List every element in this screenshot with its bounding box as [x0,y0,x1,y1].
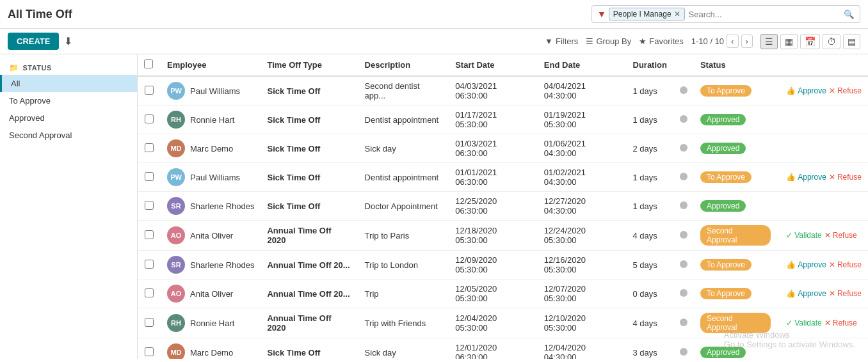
row-checkbox-cell [138,221,161,251]
sidebar-item-second-approval[interactable]: Second Approval [0,127,137,144]
action-refuse-button[interactable]: ✕Refuse [829,86,862,95]
table-area: Employee Time Off Type Description Start… [138,54,868,359]
status-cell: Approved [694,106,777,134]
action-approve-button[interactable]: 👍Approve [786,260,826,269]
table-header-row: Employee Time Off Type Description Start… [138,54,868,76]
select-all-checkbox[interactable] [144,59,153,68]
start-date-cell: 01/17/2021 05:30:00 [449,106,538,134]
row-checkbox[interactable] [145,201,154,210]
employee-cell: MDMarc Demo [161,134,261,163]
row-checkbox[interactable] [145,86,154,95]
row-checkbox[interactable] [145,318,154,327]
pivot-view-button[interactable]: ▤ [843,34,860,49]
watermark-line1: Activate Windows [724,330,855,340]
row-checkbox[interactable] [145,114,154,123]
row-checkbox[interactable] [145,347,154,356]
action-validate-button[interactable]: ✓Validate [786,319,821,327]
pagination-prev[interactable]: ‹ [727,35,738,48]
employee-name: Marc Demo [190,348,233,358]
time-off-type-cell: Sick Time Off [261,163,358,192]
action-refuse-button[interactable]: ✕Refuse [824,231,857,240]
end-date-cell: 12/10/2020 05:30:00 [538,308,627,338]
view-switcher: ☰ ▦ 📅 ⏱ ▤ [760,34,860,49]
description-cell: Sick day [358,134,449,163]
sidebar-item-all[interactable]: All [0,75,137,92]
action-approve-button[interactable]: 👍Approve [786,289,826,298]
clock-view-button[interactable]: ⏱ [823,34,840,49]
action-refuse-button[interactable]: ✕Refuse [829,260,862,269]
avatar: PW [167,82,185,100]
table-row[interactable]: RHRonnie HartSick Time OffDentist appoin… [138,106,868,134]
list-view-button[interactable]: ☰ [760,34,778,49]
time-off-type-cell: Sick Time Off [261,192,358,221]
status-badge: To Approve [700,288,751,299]
filter-tag-people[interactable]: People I Manage ✕ [609,8,685,20]
action-approve-button[interactable]: 👍Approve [786,173,826,182]
table-row[interactable]: SRSharlene RhodesSick Time OffDoctor App… [138,192,868,221]
status-dot-cell [673,279,694,308]
filter-remove-icon[interactable]: ✕ [674,10,680,19]
sidebar-item-approved[interactable]: Approved [0,109,137,127]
table-row[interactable]: AOAnita OliverAnnual Time Off 2020Trip t… [138,221,868,251]
favorites-button[interactable]: ★ Favorites [639,36,683,46]
time-off-type-cell: Annual Time Off 2020 [261,221,358,251]
status-badge: To Approve [700,85,751,97]
star-icon: ★ [639,36,647,46]
status-dot-cell [673,134,694,163]
pagination-next[interactable]: › [741,35,753,48]
time-off-table: Employee Time Off Type Description Start… [138,54,868,359]
table-row[interactable]: AOAnita OliverAnnual Time Off 20...Trip1… [138,279,868,308]
groupby-button[interactable]: ☰ Group By [586,36,631,46]
download-button[interactable]: ⬇ [64,35,72,47]
search-button[interactable]: 🔍 [844,10,855,19]
col-start-date: Start Date [449,54,538,76]
status-dot-cell [673,338,694,359]
duration-cell: 2 days [627,134,673,163]
create-button[interactable]: CREATE [8,33,59,50]
row-checkbox[interactable] [145,288,154,297]
row-checkbox[interactable] [145,143,154,152]
action-validate-button[interactable]: ✓Validate [786,231,821,240]
employee-cell: AOAnita Oliver [161,221,261,251]
status-cell: Second Approval [694,221,777,251]
action-refuse-button[interactable]: ✕Refuse [829,289,862,298]
row-checkbox-cell [138,163,161,192]
description-cell: Trip to Paris [358,221,449,251]
employee-name: Marc Demo [190,144,233,153]
action-approve-button[interactable]: 👍Approve [786,86,826,95]
row-checkbox-cell [138,106,161,134]
status-dot [680,201,687,209]
action-refuse-button[interactable]: ✕Refuse [824,319,857,327]
calendar-view-button[interactable]: 📅 [800,34,820,49]
status-dot-cell [673,192,694,221]
start-date-cell: 01/03/2021 06:30:00 [449,134,538,163]
employee-cell: RHRonnie Hart [161,308,261,338]
search-input[interactable] [689,10,844,19]
status-badge: Second Approval [700,225,771,246]
row-checkbox-cell [138,192,161,221]
duration-cell: 1 days [627,76,673,106]
description-cell: Trip with Friends [358,308,449,338]
sidebar-item-to-approve[interactable]: To Approve [0,92,137,109]
kanban-view-button[interactable]: ▦ [780,34,798,49]
col-employee: Employee [161,54,261,76]
col-actions [777,54,868,76]
filters-button[interactable]: ▼ Filters [545,36,578,46]
table-row[interactable]: SRSharlene RhodesAnnual Time Off 20...Tr… [138,251,868,279]
description-cell: Dentist appointment [358,106,449,134]
actions-cell [777,106,868,134]
table-row[interactable]: MDMarc DemoSick Time OffSick day01/03/20… [138,134,868,163]
table-row[interactable]: PWPaul WilliamsSick Time OffDentist appo… [138,163,868,192]
row-checkbox[interactable] [145,230,154,239]
end-date-cell: 01/19/2021 05:30:00 [538,106,627,134]
action-refuse-button[interactable]: ✕Refuse [829,173,862,182]
groupby-icon: ☰ [586,36,593,46]
filters-label: Filters [556,36,578,46]
row-checkbox[interactable] [145,260,154,269]
avatar: PW [167,168,185,186]
pagination: 1-10 / 10 ‹ › [691,35,753,48]
table-row[interactable]: PWPaul WilliamsSick Time OffSecond denti… [138,76,868,106]
end-date-cell: 01/06/2021 04:30:00 [538,134,627,163]
row-checkbox[interactable] [145,172,154,181]
filter-icon: ▼ [545,36,553,46]
